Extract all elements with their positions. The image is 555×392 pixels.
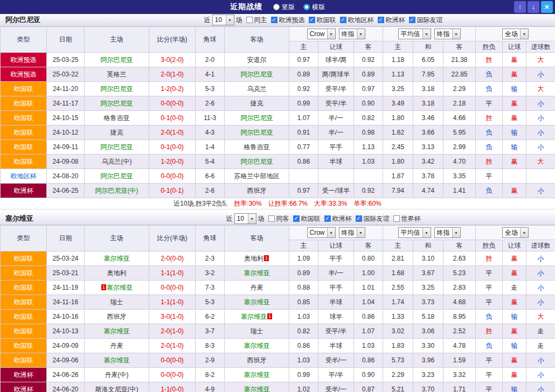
match-score[interactable]: 1-2(0-2) [149,82,196,96]
match-score[interactable]: 0-0(0-0) [149,281,196,295]
home-team-link[interactable]: 阿尔巴尼亚 [101,100,133,107]
radio-icon[interactable] [303,4,310,10]
match-score[interactable]: 0-0(0-0) [149,368,196,382]
layout-radio-option[interactable]: 竖版 [273,3,295,12]
home-team-link[interactable]: 瑞士 [110,298,123,306]
odds-source-select[interactable]: 平均值▼ [398,29,431,39]
away-team-link[interactable]: 西班牙 [247,187,267,194]
match-score[interactable]: 2-0(1-0) [149,339,196,353]
scope-select[interactable]: 全场▼ [502,29,529,39]
ah-stage-select[interactable]: 终指▼ [339,29,365,39]
home-team-link[interactable]: 阿尔巴尼亚(中) [95,187,138,194]
match-score[interactable]: 0-1(0-0) [149,111,196,125]
match-score[interactable]: 1-1(1-0) [149,266,196,281]
filter-checkbox-item[interactable]: ✓欧国联 [309,16,336,25]
home-team-link[interactable]: 丹麦(中) [105,371,129,379]
filter-checkbox-item[interactable]: ✓欧洲预选 [271,16,305,25]
filter-checkbox-item[interactable]: 同主 [246,16,267,25]
checkbox-icon[interactable]: ✓ [271,17,278,23]
away-team-link[interactable]: 安道尔 [247,56,267,64]
away-team-link[interactable]: 瑞士 [251,327,263,335]
away-team-link[interactable]: 西班牙 [247,356,267,364]
match-score[interactable]: 0-0(0-0) [149,353,196,368]
home-team-link[interactable]: 斯洛文尼亚(中) [95,386,138,392]
odds-source-select[interactable]: 平均值▼ [398,227,431,238]
filter-checkbox-item[interactable]: ✓欧洲杯 [324,214,352,223]
away-team-link[interactable]: 塞尔维亚 [244,269,270,277]
layout-radio-option[interactable]: 横版 [303,3,325,12]
filter-checkbox-item[interactable]: 世界杯 [393,214,421,223]
away-team-link[interactable]: 塞尔维亚 [244,342,270,349]
away-team-link[interactable]: 塞尔维亚 [244,298,270,306]
checkbox-icon[interactable]: ✓ [324,215,331,222]
checkbox-icon[interactable] [393,215,400,222]
away-team-link[interactable]: 塞尔维亚 [241,313,267,320]
match-score[interactable]: 1-1(1-0) [149,295,196,310]
away-team-link[interactable]: 阿尔巴尼亚 [241,114,273,122]
match-score[interactable]: 3-0(1-0) [149,310,196,324]
checkbox-icon[interactable]: ✓ [378,17,384,23]
filter-checkbox-item[interactable]: ✓欧地区杯 [340,16,374,25]
scope-select[interactable]: 全场▼ [502,227,529,238]
home-team-link[interactable]: 西班牙 [107,313,127,320]
away-team-link[interactable]: 阿尔巴尼亚 [241,71,273,78]
matches-count-select[interactable]: 10▼ [212,15,234,25]
home-team-link[interactable]: 格鲁吉亚 [104,114,130,122]
odds-stage-select[interactable]: 终指▼ [434,29,461,39]
away-team-link[interactable]: 阿尔巴尼亚 [241,158,273,165]
match-score[interactable]: 2-0(1-0) [149,125,196,140]
matches-count-select[interactable]: 10▼ [234,213,256,224]
match-score[interactable]: 2-0(1-0) [149,324,196,339]
match-score[interactable]: 3-0(2-0) [149,53,196,67]
away-team-link[interactable]: 塞尔维亚 [244,371,270,379]
bookmaker-select[interactable]: Crow▼ [307,227,336,238]
scroll-up-button[interactable]: ↑ [514,1,526,13]
home-team-link[interactable]: 乌克兰(中) [102,158,132,165]
checkbox-icon[interactable] [268,215,275,222]
filter-checkbox-item[interactable]: ✓国际友谊 [356,214,390,223]
checkbox-icon[interactable]: ✓ [340,17,346,23]
close-button[interactable]: × [541,1,553,13]
home-team-link[interactable]: 塞尔维亚 [104,327,130,335]
checkbox-icon[interactable]: ✓ [309,17,315,23]
match-score[interactable]: 1-2(0-0) [149,155,196,169]
bookmaker-select[interactable]: Crow▼ [307,29,336,39]
checkbox-icon[interactable] [246,17,253,23]
away-team-link[interactable]: 格鲁吉亚 [244,143,270,151]
home-team-link[interactable]: 阿尔巴尼亚 [101,56,133,64]
filter-checkbox-item[interactable]: ✓欧国联 [293,214,321,223]
checkbox-icon[interactable]: ✓ [293,215,300,222]
radio-icon[interactable] [273,4,280,10]
away-team-link[interactable]: 乌克兰 [247,85,267,93]
away-team-link[interactable]: 捷克 [251,100,263,107]
filter-checkbox-item[interactable]: ✓欧洲杯 [378,16,405,25]
match-score[interactable]: 1-1(0-0) [149,382,196,392]
scroll-down-button[interactable]: ↓ [528,1,539,13]
home-team-link[interactable]: 塞尔维亚 [104,255,130,262]
match-score[interactable]: 0-0(0-0) [149,96,196,111]
home-team-link[interactable]: 阿尔巴尼亚 [101,85,133,93]
home-team-link[interactable]: 阿尔巴尼亚 [101,172,133,180]
home-team-link[interactable]: 奥地利 [107,269,127,277]
home-team-link[interactable]: 阿尔巴尼亚 [101,143,133,151]
away-team-link[interactable]: 奥地利 [244,255,263,262]
match-score[interactable]: 2-0(1-0) [149,67,196,82]
odds-stage-select[interactable]: 终指▼ [434,227,461,238]
home-team-link[interactable]: 塞尔维亚 [104,356,130,364]
home-team-link[interactable]: 捷克 [110,129,123,136]
match-score[interactable]: 2-0(0-0) [149,251,196,266]
home-team-link[interactable]: 塞尔维亚 [107,284,133,291]
checkbox-icon[interactable]: ✓ [356,215,362,222]
away-team-link[interactable]: 丹麦 [251,284,263,291]
match-score[interactable]: 0-0(0-0) [149,169,196,184]
away-team-link[interactable]: 苏格兰中部地区 [234,172,280,180]
match-score[interactable]: 0-1(0-1) [149,184,196,198]
match-score[interactable]: 0-1(0-0) [149,140,196,155]
filter-checkbox-item[interactable]: 同客 [268,214,289,223]
ah-stage-select[interactable]: 终指▼ [339,227,365,238]
away-team-link[interactable]: 阿尔巴尼亚 [241,129,273,136]
home-team-link[interactable]: 丹麦 [110,342,123,349]
checkbox-icon[interactable]: ✓ [409,17,415,23]
home-team-link[interactable]: 英格兰 [107,71,127,78]
filter-checkbox-item[interactable]: ✓国际友谊 [409,16,443,25]
